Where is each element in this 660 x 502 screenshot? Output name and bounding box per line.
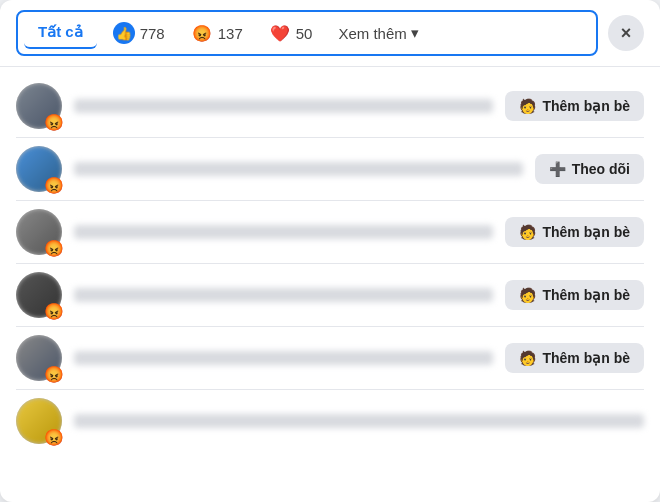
tab-like[interactable]: 👍 778 [103, 16, 175, 50]
angry-count: 137 [218, 25, 243, 42]
tabs-container: Tất cả 👍 778 😡 137 ❤️ 50 Xem thêm ▾ [16, 10, 598, 56]
user-name [74, 99, 493, 113]
list-item: 😡 🧑 Thêm bạn bè [0, 264, 660, 326]
user-name [74, 162, 523, 176]
close-icon: × [621, 23, 632, 44]
tab-all[interactable]: Tất cả [24, 17, 97, 49]
heart-icon: ❤️ [269, 22, 291, 44]
follow-button[interactable]: ➕ Theo dõi [535, 154, 644, 184]
list-item: 😡 🧑 Thêm bạn bè [0, 327, 660, 389]
reaction-badge: 😡 [44, 241, 64, 257]
avatar-wrap: 😡 [16, 83, 62, 129]
angry-icon: 😡 [191, 22, 213, 44]
reactions-modal: Tất cả 👍 778 😡 137 ❤️ 50 Xem thêm ▾ × [0, 0, 660, 502]
heart-count: 50 [296, 25, 313, 42]
add-friend-label: Thêm bạn bè [542, 224, 630, 240]
tab-heart[interactable]: ❤️ 50 [259, 16, 323, 50]
avatar-wrap: 😡 [16, 209, 62, 255]
user-name [74, 351, 493, 365]
add-friend-icon: 🧑 [519, 98, 536, 114]
follow-label: Theo dõi [572, 161, 630, 177]
tab-angry[interactable]: 😡 137 [181, 16, 253, 50]
add-friend-label: Thêm bạn bè [542, 287, 630, 303]
user-name [74, 414, 644, 428]
list-item: 😡 🧑 Thêm bạn bè [0, 201, 660, 263]
add-friend-button[interactable]: 🧑 Thêm bạn bè [505, 217, 644, 247]
add-friend-label: Thêm bạn bè [542, 98, 630, 114]
list-item: 😡 ➕ Theo dõi [0, 138, 660, 200]
reaction-badge: 😡 [44, 367, 64, 383]
modal-header: Tất cả 👍 778 😡 137 ❤️ 50 Xem thêm ▾ × [0, 0, 660, 67]
reaction-badge: 😡 [44, 430, 64, 446]
avatar-wrap: 😡 [16, 398, 62, 444]
list-item: 😡 [0, 390, 660, 452]
add-friend-button[interactable]: 🧑 Thêm bạn bè [505, 343, 644, 373]
follow-icon: ➕ [549, 161, 566, 177]
tab-more[interactable]: Xem thêm ▾ [328, 18, 428, 48]
reaction-badge: 😡 [44, 115, 64, 131]
add-friend-icon: 🧑 [519, 350, 536, 366]
add-friend-button[interactable]: 🧑 Thêm bạn bè [505, 91, 644, 121]
user-name [74, 288, 493, 302]
avatar-wrap: 😡 [16, 146, 62, 192]
avatar-wrap: 😡 [16, 335, 62, 381]
add-friend-icon: 🧑 [519, 287, 536, 303]
reaction-badge: 😡 [44, 178, 64, 194]
user-name [74, 225, 493, 239]
xem-them-label: Xem thêm [338, 25, 406, 42]
avatar-wrap: 😡 [16, 272, 62, 318]
user-list: 😡 🧑 Thêm bạn bè 😡 ➕ Theo dõi [0, 67, 660, 460]
list-item: 😡 🧑 Thêm bạn bè [0, 75, 660, 137]
reaction-badge: 😡 [44, 304, 64, 320]
add-friend-button[interactable]: 🧑 Thêm bạn bè [505, 280, 644, 310]
close-button[interactable]: × [608, 15, 644, 51]
like-count: 778 [140, 25, 165, 42]
chevron-down-icon: ▾ [411, 24, 419, 42]
add-friend-icon: 🧑 [519, 224, 536, 240]
add-friend-label: Thêm bạn bè [542, 350, 630, 366]
like-icon: 👍 [113, 22, 135, 44]
